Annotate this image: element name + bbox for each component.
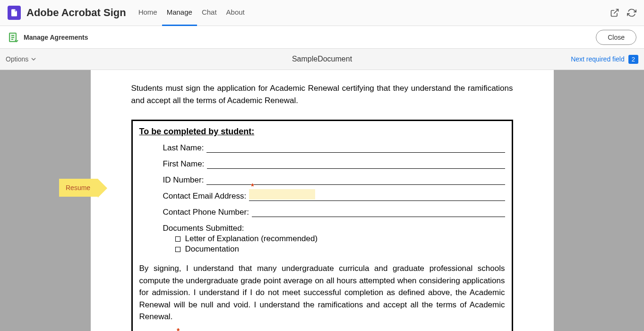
agreement-text: By signing, I understand that many under…: [139, 262, 505, 323]
form-box: To be completed by student: Last Name: F…: [131, 120, 513, 331]
app-logo: [8, 6, 21, 20]
app-header: Adobe Acrobat Sign Home Manage Chat Abou…: [0, 0, 644, 26]
email-input[interactable]: *: [249, 192, 505, 201]
field-last-name: Last Name:: [163, 143, 505, 153]
close-button[interactable]: Close: [596, 30, 636, 45]
resume-button[interactable]: Resume: [59, 179, 98, 197]
tab-home[interactable]: Home: [134, 0, 162, 26]
phone-input[interactable]: [252, 209, 505, 217]
field-id-number: ID Number:: [163, 175, 505, 185]
tab-chat[interactable]: Chat: [197, 0, 222, 26]
refresh-icon[interactable]: [627, 8, 636, 17]
email-required-highlight[interactable]: *: [249, 189, 315, 200]
next-required-field[interactable]: Next required field 2: [571, 55, 638, 64]
checkbox-2[interactable]: [175, 247, 180, 252]
field-email: Contact Email Address: *: [163, 192, 505, 201]
last-name-label: Last Name:: [163, 143, 204, 153]
manage-title: Manage Agreements: [24, 34, 88, 41]
email-label: Contact Email Address:: [163, 192, 247, 201]
options-dropdown[interactable]: Options: [6, 55, 36, 63]
tab-manage[interactable]: Manage: [162, 0, 197, 26]
last-name-input[interactable]: [206, 144, 505, 153]
options-label: Options: [6, 55, 28, 63]
checklist-item-2: Documentation: [175, 244, 505, 254]
phone-label: Contact Phone Number:: [163, 208, 249, 217]
sub-header: Manage Agreements Close: [0, 26, 644, 49]
open-external-icon[interactable]: [610, 8, 619, 17]
intro-text: Students must sign the application for A…: [131, 82, 513, 106]
field-phone: Contact Phone Number:: [163, 208, 505, 217]
doc-header: Options SampleDocument Next required fie…: [0, 49, 644, 70]
section-heading: To be completed by student:: [139, 127, 505, 137]
agreements-icon: [8, 32, 19, 43]
chevron-down-icon: [31, 55, 36, 63]
next-field-label: Next required field: [571, 55, 625, 63]
document-page: Students must sign the application for A…: [91, 70, 554, 331]
app-title: Adobe Acrobat Sign: [26, 7, 126, 19]
first-name-label: First Name:: [163, 159, 205, 169]
next-field-count: 2: [628, 55, 638, 64]
checklist-label-1: Letter of Explanation (recommended): [185, 234, 318, 244]
required-asterisk-icon: *: [177, 327, 180, 331]
document-name: SampleDocument: [292, 55, 352, 63]
checkbox-1[interactable]: [175, 236, 180, 242]
checklist-label-2: Documentation: [185, 244, 239, 254]
documents-submitted-label: Documents Submitted:: [163, 224, 505, 233]
required-asterisk-icon: *: [251, 183, 254, 191]
field-first-name: First Name:: [163, 159, 505, 169]
tab-about[interactable]: About: [222, 0, 249, 26]
id-number-label: ID Number:: [163, 175, 204, 185]
first-name-input[interactable]: [207, 160, 505, 169]
checklist-item-1: Letter of Explanation (recommended): [175, 234, 505, 244]
nav-tabs: Home Manage Chat About: [134, 0, 249, 26]
document-viewer: Resume Students must sign the applicatio…: [0, 70, 644, 331]
